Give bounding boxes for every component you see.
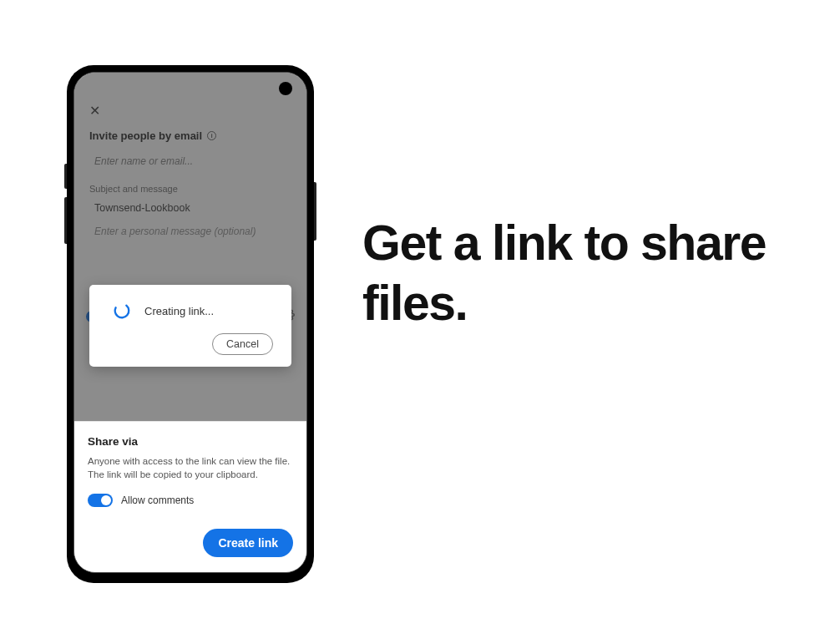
- phone-front-camera: [279, 82, 292, 95]
- sheet-title: Share via: [88, 435, 293, 448]
- share-bottom-sheet: Share via Anyone with access to the link…: [74, 421, 306, 572]
- phone-screen: ✕ Invite people by email i Enter name or…: [73, 72, 307, 573]
- phone-volume-up: [64, 164, 67, 189]
- cancel-button[interactable]: Cancel: [212, 333, 273, 355]
- svg-point-1: [113, 302, 131, 320]
- phone-frame: ✕ Invite people by email i Enter name or…: [67, 65, 314, 583]
- phone-volume-down: [64, 197, 67, 244]
- dialog-status-text: Creating link...: [144, 305, 214, 317]
- marketing-headline: Get a link to share files.: [362, 214, 802, 334]
- phone-power-button: [314, 182, 316, 241]
- creating-link-dialog: Creating link... Cancel: [89, 285, 291, 367]
- spinner-icon: [113, 302, 131, 320]
- sheet-description: Anyone with access to the link can view …: [88, 454, 293, 482]
- allow-comments-label: Allow comments: [121, 494, 194, 506]
- create-link-button[interactable]: Create link: [203, 529, 293, 557]
- allow-comments-toggle[interactable]: [88, 494, 113, 507]
